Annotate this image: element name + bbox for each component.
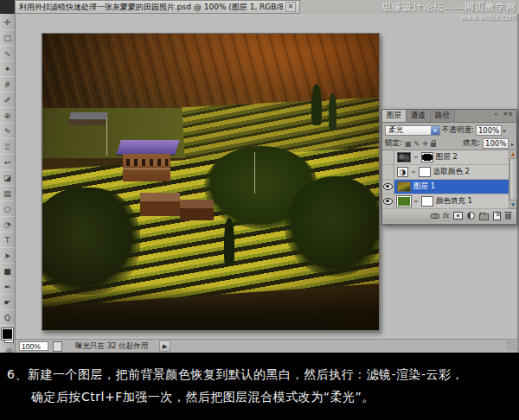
document-size-icon[interactable]: [53, 341, 62, 352]
move-icon: ✛: [4, 18, 11, 27]
rectangle-tool[interactable]: ■: [0, 264, 15, 279]
chevron-down-icon[interactable]: ▾: [431, 126, 439, 135]
photo-image: [42, 33, 380, 331]
layer-row-layer2[interactable]: ∞ 图层 2: [382, 150, 509, 165]
zoom-level-field[interactable]: [19, 341, 48, 351]
fill-slider-arrow-icon[interactable]: ▸: [511, 141, 514, 147]
brush-tool[interactable]: ✎: [0, 124, 15, 139]
opacity-label: 不透明度:: [442, 125, 474, 136]
caption-line-1: 6、新建一个图层，把前背景颜色恢复到默认的黑白，然后执行：滤镜-渲染-云彩，: [7, 367, 464, 383]
marquee-tool[interactable]: □: [0, 30, 15, 46]
link-layers-icon[interactable]: [431, 213, 439, 218]
zoom-tool[interactable]: Q: [0, 310, 15, 326]
close-icon[interactable]: ×: [285, 2, 296, 12]
layer-thumbnail[interactable]: [397, 181, 411, 192]
dodge-tool[interactable]: ◔: [0, 217, 15, 232]
eraser-tool[interactable]: ◪: [0, 170, 15, 186]
marquee-icon: □: [3, 34, 11, 42]
opacity-slider-arrow-icon[interactable]: ▸: [503, 127, 506, 133]
mask-link-icon: ∞: [413, 154, 419, 161]
opacity-value[interactable]: 100%: [476, 125, 502, 136]
panel-menu-icon[interactable]: ▾≡: [502, 110, 516, 122]
tab-paths[interactable]: 路径: [431, 110, 455, 122]
layer-row-selective-color[interactable]: ◑ ∞ 选取颜色 2: [382, 165, 509, 180]
pen-tool[interactable]: ✒: [0, 279, 15, 295]
hand-tool[interactable]: ☛: [0, 295, 15, 310]
panel-collapse-icon[interactable]: «: [491, 110, 501, 122]
layer-mask-thumbnail[interactable]: [421, 196, 433, 207]
blend-mode-select[interactable]: 柔光 ▾: [385, 125, 440, 136]
mask-link-icon: ∞: [411, 169, 416, 175]
eraser-icon: ◪: [3, 174, 11, 182]
rectangle-icon: ■: [3, 267, 11, 276]
clone-stamp-tool[interactable]: ♖: [0, 139, 15, 155]
delete-layer-icon[interactable]: [505, 213, 511, 220]
lasso-tool[interactable]: ∿: [0, 46, 15, 61]
fill-value[interactable]: 100%: [483, 138, 509, 149]
tools-panel: ✛ □ ∿ ✦ # ✐ ⊕ ✎ ♖ ↩ ◪ ▤ ○ ◔ T ➤ ■ ✒ ☛ Q …: [0, 14, 16, 353]
status-menu-arrow-icon[interactable]: ▶: [159, 340, 170, 352]
tab-bar-filler: [300, 0, 519, 15]
layer-effects-icon[interactable]: fx: [443, 212, 449, 220]
visibility-toggle[interactable]: [382, 194, 394, 208]
document-title: 利用外挂滤镜快速处理一张灰蒙蒙的田园照片.psd @ 100% (图层 1, R…: [19, 2, 283, 13]
lock-row: 锁定: ▦ ✎ ✛ 填充: 100% ▸: [382, 137, 516, 150]
new-adjustment-layer-icon[interactable]: [467, 212, 475, 220]
blur-tool[interactable]: ○: [0, 201, 15, 217]
tab-channels[interactable]: 通道: [407, 110, 431, 122]
lock-transparency-icon[interactable]: ▦: [405, 140, 412, 148]
type-tool[interactable]: T: [0, 232, 15, 248]
foreground-color-swatch[interactable]: [2, 328, 13, 340]
layer-mask-thumbnail[interactable]: [421, 152, 433, 162]
scrollbar-thumb[interactable]: [509, 158, 517, 200]
layer-row-layer1-selected[interactable]: 图层 1: [382, 180, 509, 194]
layer-thumbnail[interactable]: [397, 152, 411, 162]
layers-panel-footer: fx: [382, 209, 516, 222]
layer-row-color-fill[interactable]: ∞ 颜色填充 1: [382, 194, 509, 209]
visibility-toggle[interactable]: [382, 180, 394, 194]
window-resize-grip[interactable]: [507, 340, 516, 350]
lock-image-icon[interactable]: ✎: [413, 140, 420, 148]
layer-name[interactable]: 选取颜色 2: [433, 167, 470, 177]
add-layer-mask-icon[interactable]: [453, 212, 463, 220]
color-swatches[interactable]: [2, 328, 14, 343]
path-selection-icon: ➤: [4, 251, 11, 260]
visibility-toggle[interactable]: [382, 150, 394, 164]
layers-panel: 图层 通道 路径 « ▾≡ 柔光 ▾ 不透明度: 100% ▸ 锁定: ▦ ✎ …: [381, 109, 517, 225]
document-tab[interactable]: 利用外挂滤镜快速处理一张灰蒙蒙的田园照片.psd @ 100% (图层 1, R…: [15, 0, 300, 14]
layer-mask-thumbnail[interactable]: [419, 167, 431, 177]
zoom-icon: Q: [4, 314, 10, 322]
lasso-icon: ∿: [4, 49, 11, 58]
tab-layers[interactable]: 图层: [382, 110, 407, 122]
photo-vignette: [42, 34, 379, 330]
blend-mode-row: 柔光 ▾ 不透明度: 100% ▸: [382, 123, 516, 137]
healing-brush-tool[interactable]: ⊕: [0, 108, 15, 124]
healing-brush-icon: ⊕: [4, 111, 11, 120]
layers-scrollbar[interactable]: ▲ ▼: [509, 150, 516, 208]
scroll-down-icon[interactable]: ▼: [511, 201, 516, 208]
adjustment-layer-icon[interactable]: ◑: [397, 167, 408, 177]
gradient-tool[interactable]: ▤: [0, 186, 15, 201]
fill-layer-thumbnail[interactable]: [397, 196, 411, 207]
visibility-toggle[interactable]: [382, 165, 394, 179]
move-tool[interactable]: ✛: [0, 15, 15, 30]
lock-position-icon[interactable]: ✛: [422, 140, 428, 148]
layer-name[interactable]: 颜色填充 1: [436, 196, 472, 207]
brush-icon: ✎: [4, 127, 11, 136]
blur-icon: ○: [4, 205, 11, 213]
hand-icon: ☛: [3, 298, 10, 307]
lock-all-icon[interactable]: [431, 143, 436, 147]
path-selection-tool[interactable]: ➤: [0, 248, 15, 264]
new-group-icon[interactable]: [479, 213, 489, 220]
dodge-icon: ◔: [4, 220, 11, 229]
eyedropper-tool[interactable]: ✐: [0, 92, 15, 108]
layer-name[interactable]: 图层 2: [436, 152, 458, 162]
magic-wand-tool[interactable]: ✦: [0, 61, 15, 77]
new-layer-icon[interactable]: [493, 212, 501, 220]
history-brush-tool[interactable]: ↩: [0, 155, 15, 170]
layer-name[interactable]: 图层 1: [413, 181, 435, 192]
crop-tool[interactable]: #: [0, 77, 15, 92]
scroll-up-icon[interactable]: ▲: [511, 150, 516, 157]
crop-icon: #: [4, 80, 11, 89]
magic-wand-icon: ✦: [4, 65, 11, 73]
